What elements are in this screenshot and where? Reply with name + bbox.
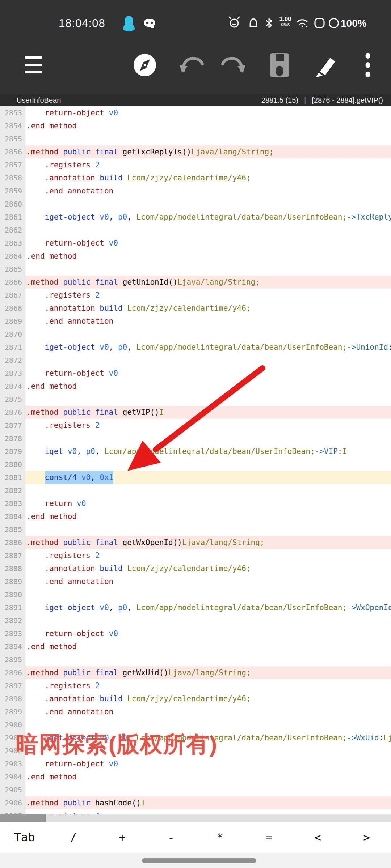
code-line-content[interactable] [25,484,391,497]
code-line-content[interactable]: .end annotation [25,184,391,197]
code-line-content[interactable]: .method public hashCode()I [25,796,391,809]
editor-toolbar [0,36,391,94]
code-token [26,421,45,430]
code-line-2900: 2900 [0,718,391,731]
key-plus[interactable]: + [98,831,147,844]
edit-icon[interactable] [316,58,335,77]
code-line-content[interactable]: .method public final getWxUid()Ljava/lan… [25,666,391,679]
discord-icon [144,19,155,28]
code-line-content[interactable]: .registers 2 [25,289,391,302]
code-line-content[interactable]: .end method [25,640,391,653]
code-line-content[interactable]: .end annotation [25,575,391,588]
key-less[interactable]: < [293,831,342,844]
code-token [95,213,100,221]
code-line-content[interactable]: .method public final getTxcReplyTs()Ljav… [25,145,391,158]
code-line-content[interactable]: return-object v0 [25,757,391,770]
code-line-content[interactable] [25,354,391,367]
compass-icon[interactable] [134,54,156,76]
method-range[interactable]: [2876 - 2884]:getVIP() [312,96,383,105]
code-line-content[interactable]: .registers 2 [25,158,391,171]
key-minus[interactable]: - [147,831,196,844]
code-line-2875: 2875 [0,393,391,406]
line-number: 2894 [0,640,25,653]
code-line-content[interactable] [25,263,391,276]
code-token [118,148,123,156]
code-line-content[interactable]: .end method [25,770,391,783]
code-line-content[interactable]: iget-object v0, p0, Lcom/app/modelintegr… [25,341,391,354]
file-tab-title[interactable]: UserInfoBean [17,96,61,105]
code-token [26,694,45,703]
code-line-content[interactable]: return-object v0 [25,237,391,250]
code-line-content[interactable]: .end method [25,510,391,523]
code-line-content[interactable]: .end method [25,380,391,393]
code-line-content[interactable] [25,132,391,145]
key-asterisk[interactable]: * [196,831,244,844]
text-selection[interactable]: const/4 v0, 0x1 [45,471,114,484]
code-line-content[interactable] [25,744,391,757]
code-line-content[interactable]: return-object v0 [25,106,391,119]
code-line-content[interactable] [25,197,391,210]
code-line-content[interactable] [25,523,391,536]
code-line-content[interactable]: return v0 [25,497,391,510]
code-line-content[interactable]: iget-object v0, p0, Lcom/app/modelintegr… [25,601,391,614]
code-line-content[interactable] [25,614,391,627]
code-area[interactable]: 2853 return-object v02854.end method2855… [0,106,391,822]
menu-icon[interactable] [25,56,42,73]
code-line-content[interactable] [25,328,391,341]
code-line-content[interactable] [25,653,391,666]
key-slash[interactable]: / [49,831,98,844]
code-line-content[interactable]: .end annotation [25,315,391,328]
code-line-content[interactable]: return-object v0 [25,367,391,380]
code-line-content[interactable]: .annotation build Lcom/zjzy/calendartime… [25,302,391,315]
line-number: 2892 [0,614,25,627]
code-line-content[interactable] [25,432,391,445]
code-token: .annotation [45,564,95,573]
code-line-2898: 2898 .annotation build Lcom/zjzy/calenda… [0,692,391,705]
line-number: 2859 [0,184,25,197]
key-equals[interactable]: = [244,831,293,844]
code-line-content[interactable]: .registers 2 [25,679,391,692]
code-line-content[interactable]: iget v0, p0, Lcom/app/modelintegral/data… [25,445,391,458]
code-line-content[interactable]: iget-object v0, p0, Lcom/app/modelintegr… [25,210,391,224]
code-line-content[interactable]: iget-object v0, p0, Lcom/app/modelintegr… [25,731,391,744]
horizontal-scrollbar-thumb[interactable] [0,814,46,822]
code-line-content[interactable] [25,393,391,406]
code-line-content[interactable]: .annotation build Lcom/zjzy/calendartime… [25,171,391,184]
code-line-content[interactable]: .method public final getWxOpenId()Ljava/… [25,536,391,549]
line-number: 2889 [0,575,25,588]
code-line-content[interactable]: .end method [25,119,391,132]
code-line-content[interactable]: .annotation build Lcom/zjzy/calendartime… [25,562,391,575]
code-line-content[interactable]: .annotation build Lcom/zjzy/calendartime… [25,692,391,705]
gesture-nav-pill[interactable] [142,858,256,863]
redo-icon[interactable] [223,58,245,73]
save-icon[interactable] [270,53,289,77]
key-tab[interactable]: Tab [0,830,49,844]
code-line-2904: 2904.end method [0,770,391,783]
code-line-content[interactable]: .end method [25,250,391,263]
code-line-content[interactable]: return-object v0 [25,627,391,640]
horizontal-scrollbar[interactable] [0,814,391,822]
code-line-content[interactable] [25,718,391,731]
code-token: .end annotation [45,707,114,716]
code-line-2882: 2882 [0,484,391,497]
code-line-content[interactable] [25,783,391,796]
code-line-content[interactable]: .end annotation [25,705,391,718]
code-token: ->WxOpenId [347,603,391,612]
code-token [104,760,109,768]
code-line-content[interactable]: .method public final getUnionId()Ljava/l… [25,276,391,289]
code-token: , [91,473,100,482]
line-number: 2901 [0,731,25,744]
code-line-content[interactable] [25,224,391,237]
code-line-content[interactable]: .registers 2 [25,419,391,432]
overflow-menu-icon[interactable] [366,53,370,77]
code-line-content[interactable]: const/4 v0, 0x1 [25,471,391,484]
code-line-content[interactable] [25,458,391,471]
code-line-2868: 2868 .annotation build Lcom/zjzy/calenda… [0,302,391,315]
code-line-content[interactable] [25,588,391,601]
code-token: getWxOpenId() [123,538,182,547]
key-greater[interactable]: > [342,831,391,844]
undo-icon[interactable] [180,58,202,73]
code-line-content[interactable]: .method public final getVIP()I [25,406,391,419]
code-line-content[interactable]: .registers 2 [25,549,391,562]
code-line-2874: 2874.end method [0,380,391,393]
